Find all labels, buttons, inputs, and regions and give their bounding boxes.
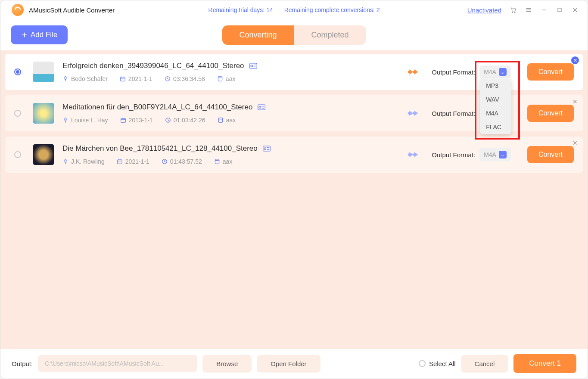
item-title: Die Märchen von Bee_1781105421_LC_128_44… — [62, 144, 258, 153]
output-area: Output Format: M4A ⌄ — [432, 65, 511, 78]
dropdown-option[interactable]: WAV — [480, 93, 511, 106]
svg-point-1 — [514, 12, 515, 12]
output-format-label: Output Format: — [432, 110, 475, 117]
close-icon[interactable] — [571, 6, 579, 14]
format-select[interactable]: M4A ⌄ — [479, 65, 511, 78]
output-path[interactable]: C:\Users\micso\AMusicSoft\AMusicSoft Au.… — [38, 355, 197, 372]
trial-days: Remaining trial days: 14 — [208, 6, 273, 13]
chevron-down-icon: ⌄ — [499, 151, 507, 158]
format-select[interactable]: M4A ⌄ — [479, 148, 511, 161]
chevron-down-icon: ⌄ — [499, 68, 507, 76]
svg-point-12 — [251, 65, 253, 67]
item-meta: Louise L. Hay 2013-1-1 01:03:42.26 aax — [62, 117, 395, 124]
output-label: Output: — [12, 360, 33, 367]
tabs: Converting Completed — [222, 25, 366, 45]
open-folder-button[interactable]: Open Folder — [257, 355, 320, 373]
convert-button[interactable]: Convert — [527, 63, 574, 81]
app-window: AMusicSoft Audible Converter Remaining t… — [0, 0, 588, 379]
svg-point-36 — [264, 148, 266, 150]
remaining-conversions: Remaining complete conversions: 2 — [284, 6, 380, 13]
edit-metadata-icon[interactable] — [249, 63, 257, 69]
cancel-button[interactable]: Cancel — [461, 355, 509, 373]
cover-art — [33, 144, 54, 165]
remove-item-icon[interactable]: ✕ — [571, 139, 579, 147]
arrow-icon — [408, 150, 419, 159]
dropdown-option[interactable]: FLAC — [480, 120, 511, 134]
tab-completed[interactable]: Completed — [294, 25, 366, 45]
item-meta: Bodo Schäfer 2021-1-1 03:36:34.58 aax — [62, 75, 395, 82]
item-radio[interactable] — [14, 151, 21, 158]
trial-info: Remaining trial days: 14 Remaining compl… — [208, 6, 380, 13]
menu-icon[interactable] — [525, 6, 532, 14]
svg-rect-40 — [118, 160, 122, 164]
item-info: Erfolgreich denken_3949399046_LC_64_4410… — [62, 62, 395, 82]
item-info: Meditationen für den_B00F9Y2L4A_LC_64_44… — [62, 103, 395, 124]
output-format-label: Output Format: — [432, 68, 475, 76]
titlebar-right: Unactivated — [467, 6, 579, 14]
svg-rect-21 — [218, 77, 222, 81]
item-title: Meditationen für den_B00F9Y2L4A_LC_64_44… — [62, 103, 252, 112]
app-logo-icon — [12, 4, 24, 16]
convert-button[interactable]: Convert — [527, 146, 574, 163]
select-all-radio[interactable] — [419, 360, 426, 367]
select-all-checkbox[interactable]: Select All — [419, 360, 456, 367]
cover-art — [33, 62, 54, 82]
remove-item-icon[interactable]: ✕ — [571, 98, 579, 106]
toolbar: Add File Converting Completed — [0, 19, 588, 50]
arrow-icon — [408, 109, 419, 118]
minimize-icon[interactable] — [540, 6, 548, 14]
edit-metadata-icon[interactable] — [258, 104, 265, 110]
unactivated-link[interactable]: Unactivated — [467, 6, 501, 14]
convert-all-button[interactable]: Convert 1 — [513, 354, 576, 373]
footer: Output: C:\Users\micso\AMusicSoft\AMusic… — [0, 349, 588, 378]
list-item[interactable]: ✕ Die Märchen von Bee_1781105421_LC_128_… — [5, 137, 583, 173]
browse-button[interactable]: Browse — [202, 355, 252, 373]
item-meta: J.K. Rowling 2021-1-1 01:43:57.52 aax — [62, 158, 395, 165]
svg-point-24 — [259, 106, 261, 109]
add-file-button[interactable]: Add File — [11, 25, 68, 44]
remove-item-icon[interactable]: ✕ — [571, 56, 579, 64]
tab-converting[interactable]: Converting — [222, 25, 294, 45]
svg-rect-28 — [121, 118, 125, 122]
output-area: Output Format: M4A ⌄ — [432, 148, 511, 161]
svg-point-0 — [512, 12, 513, 12]
item-info: Die Märchen von Bee_1781105421_LC_128_44… — [62, 144, 395, 165]
titlebar: AMusicSoft Audible Converter Remaining t… — [0, 0, 588, 19]
svg-rect-16 — [121, 77, 125, 81]
maximize-icon[interactable] — [556, 6, 563, 14]
output-format-label: Output Format: — [432, 151, 475, 158]
dropdown-option[interactable]: MP3 — [480, 79, 511, 93]
svg-rect-33 — [218, 118, 222, 123]
convert-button[interactable]: Convert — [527, 105, 574, 122]
app-title: AMusicSoft Audible Converter — [29, 6, 115, 14]
item-title: Erfolgreich denken_3949399046_LC_64_4410… — [62, 62, 244, 70]
edit-metadata-icon[interactable] — [263, 146, 271, 152]
dropdown-option[interactable]: M4A — [480, 106, 511, 120]
cart-icon[interactable] — [509, 6, 517, 14]
add-file-label: Add File — [31, 31, 57, 39]
svg-rect-45 — [215, 159, 219, 164]
format-dropdown[interactable]: MP3 WAV M4A FLAC — [480, 79, 511, 134]
item-radio[interactable] — [14, 68, 21, 75]
item-radio[interactable] — [14, 110, 21, 117]
cover-art — [33, 103, 54, 124]
svg-rect-6 — [558, 8, 561, 12]
arrow-icon — [408, 68, 419, 76]
